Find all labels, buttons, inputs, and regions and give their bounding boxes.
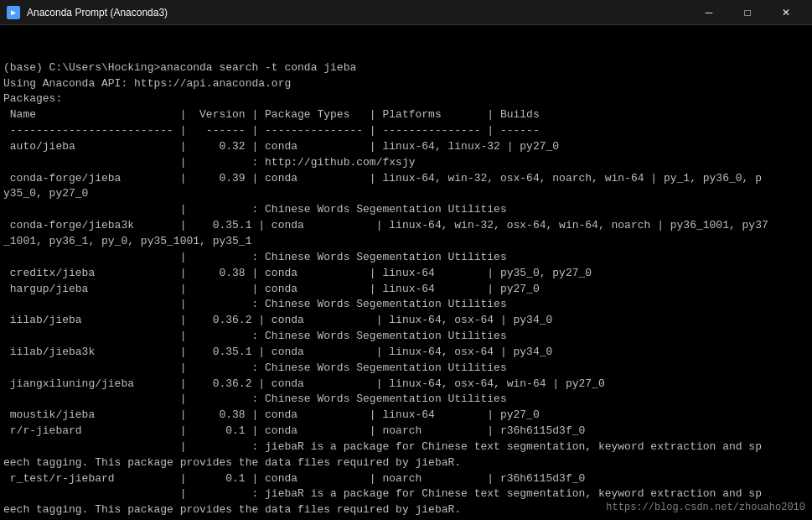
terminal-line: iilab/jieba3k | 0.35.1 | conda | linux-6… [3, 345, 809, 361]
terminal-line: conda-forge/jieba | 0.39 | conda | linux… [3, 171, 809, 187]
terminal-line: jiangxiluning/jieba | 0.36.2 | conda | l… [3, 377, 809, 393]
minimize-button[interactable]: ─ [690, 0, 728, 25]
window-title: Anaconda Prompt (Anaconda3) [27, 7, 168, 18]
terminal-line: | : jiebaR is a package for Chinese text… [3, 439, 809, 455]
terminal-line: | : Chinese Words Segementation Utilitie… [3, 297, 809, 313]
terminal-line: | : Chinese Words Segementation Utilitie… [3, 392, 809, 408]
terminal-line: creditx/jieba | 0.38 | conda | linux-64 … [3, 266, 809, 282]
terminal-line: | : Chinese Words Segementation Utilitie… [3, 250, 809, 266]
terminal-window[interactable]: (base) C:\Users\Hocking>anaconda search … [0, 25, 812, 520]
terminal-line: r/r-jiebard | 0.1 | conda | noarch | r36… [3, 424, 809, 439]
terminal-line: iilab/jieba | 0.36.2 | conda | linux-64,… [3, 313, 809, 329]
terminal-line: conda-forge/jieba3k | 0.35.1 | conda | l… [3, 218, 809, 234]
watermark: https://blog.csdn.net/zhouaho2010 [606, 502, 805, 513]
terminal-line: moustik/jieba | 0.38 | conda | linux-64 … [3, 408, 809, 424]
terminal-line: y35_0, py27_0 [3, 186, 809, 202]
terminal-line: | : jiebaR is a package for Chinese text… [3, 486, 809, 502]
terminal-line: auto/jieba | 0.32 | conda | linux-64, li… [3, 139, 809, 155]
terminal-line: r_test/r-jiebard | 0.1 | conda | noarch … [3, 471, 809, 487]
app-icon: ▶ [7, 6, 20, 19]
terminal-line: Name | Version | Package Types | Platfor… [3, 107, 809, 123]
terminal-line: | : http://github.com/fxsjy [3, 155, 809, 171]
terminal-line: Using Anaconda API: https://api.anaconda… [3, 76, 809, 92]
terminal-line: | : Chinese Words Segementation Utilitie… [3, 361, 809, 377]
terminal-line: _1001, py36_1, py_0, py35_1001, py35_1 [3, 234, 809, 250]
terminal-line: | : Chinese Words Segementation Utilitie… [3, 202, 809, 218]
close-button[interactable]: ✕ [767, 0, 805, 25]
title-bar-left: ▶ Anaconda Prompt (Anaconda3) [7, 6, 168, 19]
terminal-line: (base) C:\Users\Hocking>anaconda search … [3, 60, 809, 76]
terminal-line: | : Chinese Words Segementation Utilitie… [3, 329, 809, 345]
terminal-content: (base) C:\Users\Hocking>anaconda search … [3, 60, 809, 520]
window-controls: ─ □ ✕ [690, 0, 805, 25]
title-bar: ▶ Anaconda Prompt (Anaconda3) ─ □ ✕ [0, 0, 812, 25]
terminal-line: hargup/jieba | | conda | linux-64 | py27… [3, 282, 809, 298]
terminal-line: eech tagging. This package provides the … [3, 455, 809, 471]
terminal-line: ------------------------- | ------ | ---… [3, 123, 809, 139]
maximize-button[interactable]: □ [728, 0, 767, 25]
terminal-line: Packages: [3, 91, 809, 107]
